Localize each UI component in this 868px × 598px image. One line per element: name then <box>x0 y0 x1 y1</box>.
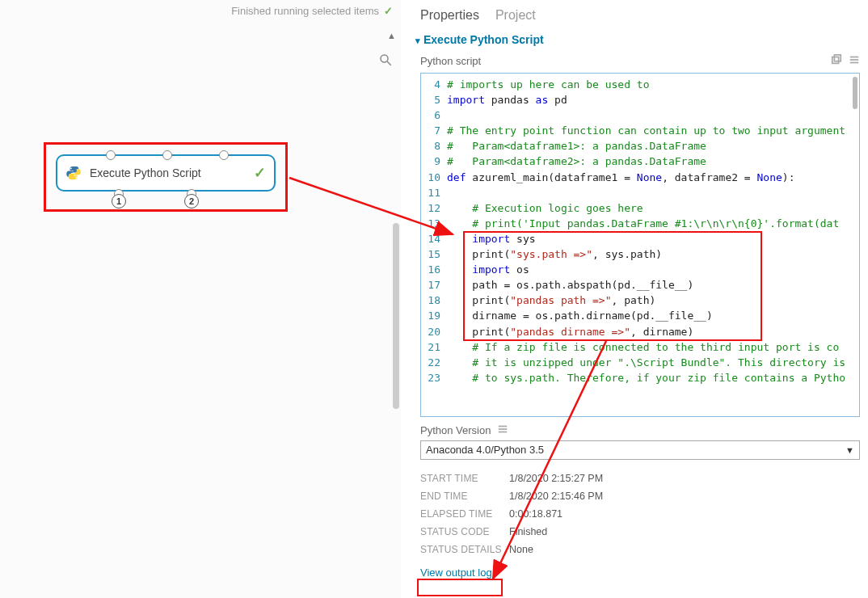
canvas-pane[interactable]: Finished running selected items ✓ ▲ Exec… <box>0 0 401 598</box>
run-status-text: Finished running selected items <box>231 5 379 17</box>
python-version-select[interactable]: Anaconda 4.0/Python 3.5 ▼ <box>420 440 860 460</box>
code-gutter: 4567891011121314151617181920212223 <box>421 74 444 416</box>
python-icon <box>65 165 82 181</box>
python-script-label: Python script <box>420 55 481 67</box>
input-port-2[interactable] <box>162 150 172 160</box>
section-header[interactable]: ▾Execute Python Script <box>414 25 866 51</box>
svg-rect-4 <box>832 57 839 64</box>
annotation-node-highlight: Execute Python Script ✓ 1 2 <box>44 142 288 212</box>
check-icon: ✓ <box>384 5 393 17</box>
tab-properties[interactable]: Properties <box>420 8 479 23</box>
meta-start-time-key: START TIME <box>420 473 509 484</box>
hamburger-icon[interactable] <box>497 423 508 437</box>
meta-status-code-val: Finished <box>509 526 547 537</box>
panel-tabs: Properties Project <box>414 0 866 25</box>
run-status: Finished running selected items ✓ <box>231 5 393 17</box>
collapse-caret-icon[interactable]: ▲ <box>387 31 396 40</box>
run-metadata: START TIME1/8/2020 2:15:27 PM END TIME1/… <box>414 465 866 558</box>
svg-point-0 <box>381 55 388 62</box>
input-port-3[interactable] <box>219 150 229 160</box>
svg-rect-5 <box>834 55 841 61</box>
view-output-log-link[interactable]: View output log <box>420 566 492 579</box>
tab-project[interactable]: Project <box>495 8 536 23</box>
meta-end-time-key: END TIME <box>420 491 509 502</box>
chevron-down-icon: ▼ <box>845 441 854 459</box>
check-icon: ✓ <box>254 164 266 182</box>
node-title: Execute Python Script <box>90 166 246 179</box>
python-version-label: Python Version <box>420 424 491 436</box>
section-title: Execute Python Script <box>423 33 544 46</box>
svg-point-3 <box>75 177 77 179</box>
properties-panel: Properties Project ▾Execute Python Scrip… <box>414 0 866 598</box>
popout-icon[interactable] <box>831 54 842 68</box>
meta-end-time-val: 1/8/2020 2:15:46 PM <box>509 491 603 502</box>
meta-elapsed-key: ELAPSED TIME <box>420 508 509 520</box>
meta-elapsed-val: 0:00:18.871 <box>509 508 563 520</box>
meta-status-code-key: STATUS CODE <box>420 526 509 537</box>
meta-status-details-key: STATUS DETAILS <box>420 544 509 555</box>
chevron-down-icon: ▾ <box>415 36 420 45</box>
annotation-log-highlight <box>417 579 503 596</box>
svg-line-1 <box>387 61 391 65</box>
meta-status-details-val: None <box>509 544 533 555</box>
output-port-2-label: 2 <box>184 194 199 208</box>
search-icon[interactable] <box>378 53 393 69</box>
output-port-1-label: 1 <box>112 194 126 208</box>
execute-python-script-node[interactable]: Execute Python Script ✓ 1 2 <box>56 154 276 192</box>
code-content[interactable]: # imports up here can be used toimport p… <box>447 77 856 385</box>
meta-start-time-val: 1/8/2020 2:15:27 PM <box>509 473 603 484</box>
python-version-value: Anaconda 4.0/Python 3.5 <box>426 441 544 459</box>
code-scrollbar[interactable] <box>853 77 857 109</box>
hamburger-icon[interactable] <box>849 54 860 68</box>
canvas-scrollbar[interactable] <box>393 223 399 409</box>
svg-point-2 <box>70 168 72 170</box>
python-script-editor[interactable]: 4567891011121314151617181920212223 # imp… <box>420 73 860 417</box>
input-port-1[interactable] <box>106 150 116 160</box>
